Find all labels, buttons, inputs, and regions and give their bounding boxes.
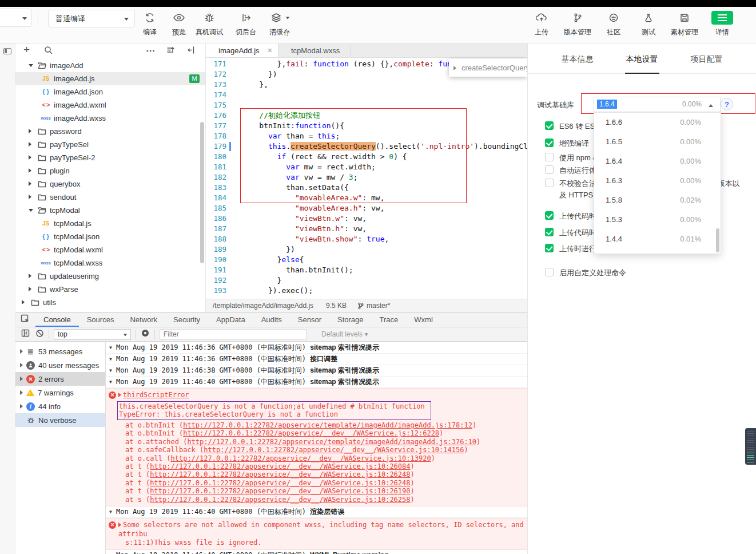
settings-tab-本地设置[interactable]: 本地设置: [625, 43, 659, 74]
panel-toggle-icon[interactable]: [3, 48, 11, 54]
chevron-right-icon[interactable]: [29, 287, 31, 291]
chevron-down-icon[interactable]: ▼: [109, 377, 112, 387]
chevron-right-icon[interactable]: [22, 300, 25, 304]
preview-button[interactable]: 预览: [163, 9, 195, 37]
stack-frame-link[interactable]: http://127.0.0.1:22782/appservice/__dev_…: [150, 496, 410, 504]
context-select[interactable]: top: [54, 329, 131, 340]
tree-item-imageAdd[interactable]: imageAdd: [15, 59, 205, 72]
chevron-right-icon[interactable]: [118, 523, 121, 527]
assets-manage-button[interactable]: 素材管理: [669, 9, 701, 37]
checkbox-unchecked-icon[interactable]: [545, 179, 554, 187]
remote-debug-button[interactable]: 真机调试: [193, 9, 225, 37]
console-tab-trace[interactable]: Trace: [372, 312, 407, 327]
setting-checkbox-row[interactable]: 启用自定义处理命令: [545, 267, 742, 279]
tree-item-imageAdd.wxml[interactable]: < >imageAdd.wxml: [15, 98, 205, 112]
chevron-down-icon[interactable]: [29, 209, 33, 212]
checkbox-checked-icon[interactable]: [545, 211, 554, 220]
settings-tab-项目配置[interactable]: 项目配置: [690, 43, 724, 73]
console-tab-storage[interactable]: Storage: [329, 312, 372, 327]
chevron-right-icon[interactable]: [29, 195, 31, 199]
details-button[interactable]: 详情: [706, 9, 738, 37]
editor-tab-imageAdd.js[interactable]: imageAdd.js×: [206, 43, 278, 57]
version-option-1.5.8[interactable]: 1.5.80.02%: [594, 191, 721, 210]
console-log-group[interactable]: ▼Mon Aug 19 2019 11:46:40 GMT+0800 (中国标准…: [106, 550, 527, 554]
console-filter-verbose[interactable]: No verbose: [15, 413, 105, 427]
console-tab-wxml[interactable]: Wxml: [406, 312, 441, 327]
console-log-group[interactable]: ▼Mon Aug 19 2019 11:46:40 GMT+0800 (中国标准…: [106, 506, 527, 518]
console-error-block[interactable]: ✕thirdScriptErrorthis.createSelectorQuer…: [106, 388, 527, 506]
test-button[interactable]: 测试: [632, 9, 665, 37]
console-messages[interactable]: ▼Mon Aug 19 2019 11:46:36 GMT+0800 (中国标准…: [106, 342, 527, 554]
upload-button[interactable]: 上传: [526, 9, 558, 37]
editor-tab-tcpModal.wxss[interactable]: tcpModal.wxss: [278, 43, 351, 57]
checkbox-checked-icon[interactable]: [545, 244, 554, 252]
console-log-group[interactable]: ▼Mon Aug 19 2019 11:46:36 GMT+0800 (中国标准…: [106, 354, 527, 365]
console-tab-network[interactable]: Network: [122, 312, 165, 327]
chevron-down-icon[interactable]: ▼: [109, 365, 112, 376]
tree-item-payTypeSel[interactable]: payTypeSel: [15, 138, 205, 151]
stack-frame-link[interactable]: http://127.0.0.1:22782/appservice/templa…: [183, 421, 472, 429]
console-tab-audits[interactable]: Audits: [253, 312, 290, 327]
tree-item-plugin[interactable]: plugin: [15, 164, 205, 177]
console-log-group[interactable]: ▼Mon Aug 19 2019 11:46:38 GMT+0800 (中国标准…: [106, 365, 527, 377]
tree-item-tcpModal.json[interactable]: { }tcpModal.json: [15, 230, 205, 243]
chevron-down-icon[interactable]: ▼: [109, 354, 112, 365]
console-tab-appdata[interactable]: AppData: [208, 312, 253, 327]
more-icon[interactable]: ⋯: [146, 46, 156, 56]
console-filter-list[interactable]: ≣53 messages: [15, 345, 105, 358]
console-filter-info[interactable]: i44 info: [15, 399, 105, 413]
code-area[interactable]: 171 },fail: function (res) {},complete: …: [206, 59, 527, 296]
stack-frame-link[interactable]: http://127.0.0.1:22782/appservice/__dev_…: [170, 454, 431, 462]
version-manage-button[interactable]: 版本管理: [562, 9, 594, 37]
close-icon[interactable]: ×: [268, 43, 272, 58]
stack-frame-link[interactable]: http://127.0.0.1:22782/appservice/__dev_…: [183, 429, 439, 437]
tree-item-payTypeSel-2[interactable]: payTypeSel-2: [15, 151, 205, 164]
version-option-1.4.4[interactable]: 1.4.40.01%: [594, 229, 721, 249]
tree-item-querybox[interactable]: querybox: [15, 177, 205, 191]
eye-watch-icon[interactable]: [141, 329, 150, 340]
checkbox-unchecked-icon[interactable]: [545, 153, 554, 161]
sort-icon[interactable]: [166, 46, 175, 57]
tree-item-tcpModal[interactable]: tcpModal: [15, 204, 205, 217]
chevron-right-icon[interactable]: [118, 393, 121, 397]
tree-item-updateuserimg[interactable]: updateuserimg: [15, 270, 205, 283]
tree-item-password[interactable]: password: [15, 125, 205, 138]
console-filter-warning[interactable]: !7 warnings: [15, 386, 105, 399]
chevron-right-icon[interactable]: [29, 129, 31, 133]
clear-console-icon[interactable]: [35, 329, 44, 340]
tree-item-imageAdd.json[interactable]: { }imageAdd.json: [15, 85, 205, 98]
git-branch-indicator[interactable]: master*: [357, 299, 390, 312]
checkbox-unchecked-icon[interactable]: [545, 268, 554, 276]
tree-item-wxParse[interactable]: wxParse: [15, 283, 205, 296]
chevron-right-icon[interactable]: [29, 168, 31, 173]
clear-cache-button[interactable]: 清缓存: [264, 9, 296, 37]
tree-item-imageAdd.js[interactable]: JSimageAdd.jsM: [15, 72, 205, 85]
tree-item-sendout[interactable]: sendout: [15, 191, 205, 204]
version-option-1.6.3[interactable]: 1.6.30.00%: [594, 171, 721, 191]
checkbox-checked-icon[interactable]: [545, 138, 554, 147]
console-tab-sources[interactable]: Sources: [79, 312, 122, 327]
tree-item-tcpModal.wxss[interactable]: wxsstcpModal.wxss: [15, 256, 205, 270]
filter-input[interactable]: [160, 329, 307, 340]
device-select[interactable]: [0, 9, 32, 27]
chevron-right-icon[interactable]: [29, 155, 31, 160]
chevron-down-icon[interactable]: ▼: [109, 550, 112, 554]
log-levels-select[interactable]: Default levels ▾: [321, 330, 368, 338]
stack-frame-link[interactable]: http://127.0.0.1:22782/appservice/__dev_…: [150, 487, 410, 495]
console-tab-security[interactable]: Security: [165, 312, 208, 327]
community-button[interactable]: 社区: [598, 9, 630, 37]
checkbox-checked-icon[interactable]: [545, 228, 554, 236]
floating-dock-widget[interactable]: [745, 428, 756, 465]
chevron-down-icon[interactable]: ▼: [109, 342, 112, 353]
chevron-right-icon[interactable]: [29, 142, 31, 147]
stack-frame-link[interactable]: http://127.0.0.1:22782/appservice/templa…: [187, 438, 476, 446]
stack-frame-link[interactable]: http://127.0.0.1:22782/appservice/__dev_…: [204, 446, 464, 454]
stack-frame-link[interactable]: http://127.0.0.1:22782/appservice/__dev_…: [150, 462, 410, 470]
console-log-group[interactable]: ▼Mon Aug 19 2019 11:46:36 GMT+0800 (中国标准…: [106, 342, 527, 354]
autocomplete-popup[interactable]: createSelectorQuery: [449, 59, 527, 77]
help-button[interactable]: ?: [721, 98, 733, 110]
console-filter-error[interactable]: ✕2 errors: [15, 372, 105, 386]
chevron-right-icon[interactable]: [29, 274, 31, 278]
compile-mode-select[interactable]: 普通编译: [48, 10, 135, 27]
console-error-block[interactable]: ✕Some selectors are not allowed in compo…: [106, 518, 527, 550]
